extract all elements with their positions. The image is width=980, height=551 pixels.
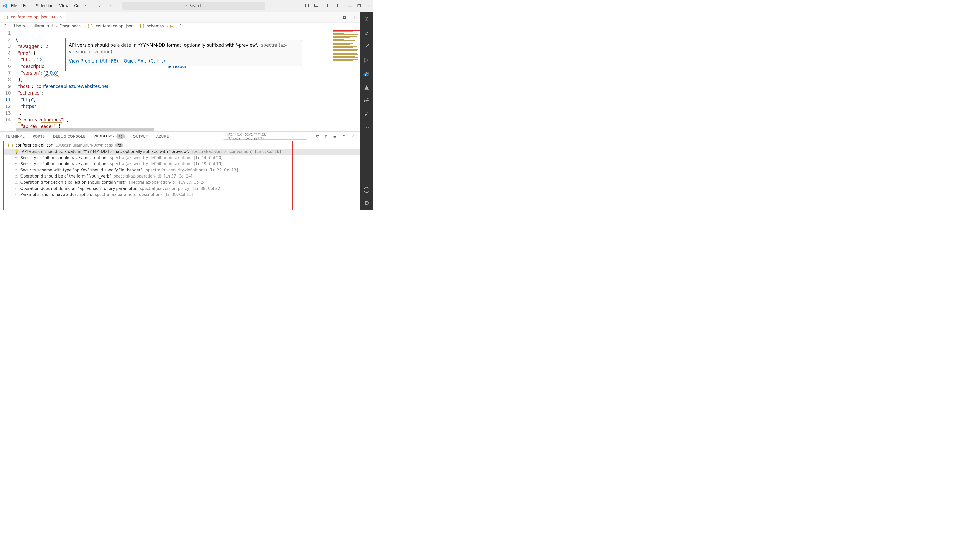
horizontal-scrollbar[interactable] bbox=[16, 128, 154, 132]
warning-icon: ⚠ bbox=[14, 192, 18, 197]
menu-file[interactable]: File bbox=[11, 3, 17, 8]
problem-rule: spectral(az-security-definition-descript… bbox=[110, 156, 192, 160]
problem-rule: spectral(az-security-definition-descript… bbox=[110, 162, 192, 166]
layout-customize-icon[interactable] bbox=[334, 3, 338, 8]
problem-rule: spectral(az-parameter-description) bbox=[95, 192, 162, 197]
editor-tabs: { } conference-api.json 9+ ✕ ⧉ ◫ ··· bbox=[0, 12, 373, 22]
problem-item[interactable]: ⚠Security scheme with type "apiKey" shou… bbox=[3, 167, 360, 173]
problems-filter-input[interactable]: Filter (e.g. text, **/*.ts, !**/node_mod… bbox=[223, 133, 307, 140]
warning-icon: ⚠ bbox=[14, 186, 18, 191]
split-editor-icon[interactable]: ◫ bbox=[353, 14, 357, 20]
more-icon[interactable]: ··· bbox=[364, 124, 369, 131]
settings-gear-icon[interactable]: ⚙ bbox=[364, 200, 369, 206]
tab-conference-api[interactable]: { } conference-api.json 9+ ✕ bbox=[0, 12, 66, 22]
tab-debug-console[interactable]: DEBUG CONSOLE bbox=[53, 134, 86, 138]
run-debug-icon[interactable]: ▷ bbox=[364, 57, 369, 63]
nav-forward-icon[interactable]: → bbox=[108, 3, 112, 9]
nav-back-icon[interactable]: ← bbox=[99, 3, 103, 9]
problem-message: Security scheme with type "apiKey" shoul… bbox=[20, 168, 143, 172]
search-icon[interactable]: ⌕ bbox=[365, 29, 368, 36]
problem-message: Security definition should have a descri… bbox=[20, 162, 107, 166]
problem-item[interactable]: ⚠Operation does not define an "api-versi… bbox=[3, 186, 360, 192]
panel-close-icon[interactable]: ✕ bbox=[351, 134, 355, 139]
source-control-icon[interactable]: ⎇ bbox=[363, 43, 370, 49]
layout-right-icon[interactable] bbox=[324, 3, 328, 8]
explorer-icon[interactable]: 🗎 bbox=[364, 16, 369, 22]
menu-go[interactable]: Go bbox=[74, 3, 80, 8]
view-problem-link[interactable]: View Problem (Alt+F8) bbox=[69, 58, 118, 64]
tab-terminal[interactable]: TERMINAL bbox=[6, 134, 25, 138]
problem-item[interactable]: ⚠Parameter should have a description.spe… bbox=[3, 192, 360, 198]
code-editor[interactable]: 123 456 789 101112 1314 { "swagger": "2 … bbox=[0, 30, 360, 128]
problem-rule: spectral(az-operation-id) bbox=[114, 174, 161, 179]
window-minimize-icon[interactable]: — bbox=[348, 3, 352, 8]
chevron-down-icon[interactable]: ⌄ bbox=[3, 143, 5, 147]
problems-count-badge: 73 bbox=[116, 134, 125, 138]
problem-rule: spectral(az-operation-id) bbox=[129, 180, 177, 185]
quick-fix-link[interactable]: Quick Fix... (Ctrl+.) bbox=[124, 58, 165, 64]
tab-ports[interactable]: PORTS bbox=[33, 134, 45, 138]
json-file-icon: { } bbox=[87, 24, 93, 29]
account-icon[interactable]: ◯ bbox=[364, 186, 370, 193]
problem-item[interactable]: ⚠Security definition should have a descr… bbox=[3, 155, 360, 161]
menu-more[interactable]: ··· bbox=[85, 3, 89, 8]
menu-selection[interactable]: Selection bbox=[36, 3, 54, 8]
string-icon: abc bbox=[170, 25, 177, 28]
problem-message: API version should be a date in YYYY-MM-… bbox=[22, 149, 189, 154]
warning-icon: ⚠ bbox=[14, 156, 18, 160]
hover-message: API version should be a date in YYYY-MM-… bbox=[69, 43, 259, 48]
tab-output[interactable]: OUTPUT bbox=[133, 134, 148, 138]
problem-rule: spectral(az-version-convention) bbox=[192, 149, 253, 154]
bottom-panel: TERMINAL PORTS DEBUG CONSOLE PROBLEMS 73… bbox=[0, 132, 360, 210]
minimap[interactable] bbox=[332, 30, 360, 127]
tab-close-icon[interactable]: ✕ bbox=[59, 14, 62, 19]
problem-location: [Ln 39, Col 11] bbox=[164, 192, 193, 197]
problem-location: [Ln 37, Col 24] bbox=[179, 180, 207, 185]
problem-item[interactable]: ⚠OperationId for get on a collection sho… bbox=[3, 179, 360, 186]
layout-bottom-icon[interactable] bbox=[314, 3, 318, 8]
problem-item[interactable]: ⚠OperationId should be of the form "Noun… bbox=[3, 173, 360, 179]
extensions-icon[interactable]: ⊞1 bbox=[364, 70, 369, 76]
problem-message: Parameter should have a description. bbox=[20, 192, 92, 197]
problem-item[interactable]: 💡API version should be a date in YYYY-MM… bbox=[3, 149, 360, 155]
tab-problems[interactable]: PROBLEMS bbox=[94, 134, 114, 139]
azure-icon[interactable]: ▲ bbox=[364, 84, 369, 90]
activity-bar: 🗎 ⌕ ⎇ ▷ ⊞1 ▲ ☍ ✓ ··· ◯ ⚙ bbox=[360, 12, 373, 210]
problem-location: [Ln 6, Col 16] bbox=[255, 149, 281, 154]
window-restore-icon[interactable]: ❐ bbox=[357, 3, 361, 8]
search-icon: ⌕ bbox=[185, 3, 187, 8]
layout-left-icon[interactable] bbox=[305, 3, 309, 8]
problems-file-header[interactable]: ⌄ { } conference-api.json C:\Users\julia… bbox=[3, 142, 360, 149]
problem-message: Operation does not define an "api-versio… bbox=[20, 186, 137, 191]
problem-location: [Ln 22, Col 13] bbox=[210, 168, 238, 172]
lightbulb-icon: 💡 bbox=[14, 149, 19, 154]
menu-bar: File Edit Selection View Go ··· bbox=[11, 3, 89, 8]
problem-location: [Ln 14, Col 20] bbox=[194, 156, 223, 160]
problem-location: [Ln 38, Col 22] bbox=[193, 186, 222, 191]
menu-view[interactable]: View bbox=[59, 3, 68, 8]
breadcrumb[interactable]: C:› Users› juliamuiruri› Downloads› { } … bbox=[0, 22, 373, 30]
filter-icon[interactable]: ▽ bbox=[316, 134, 319, 139]
problem-item[interactable]: ⚠Security definition should have a descr… bbox=[3, 161, 360, 167]
panel-chevron-up-icon[interactable]: ⌃ bbox=[342, 134, 345, 139]
panel-tabs: TERMINAL PORTS DEBUG CONSOLE PROBLEMS 73… bbox=[0, 132, 360, 141]
json-file-icon: { } bbox=[3, 15, 9, 19]
problems-list[interactable]: ⌄ { } conference-api.json C:\Users\julia… bbox=[0, 141, 360, 210]
view-as-tree-icon[interactable]: ≡ bbox=[333, 134, 336, 139]
array-icon: [ ] bbox=[140, 24, 144, 29]
warning-icon: ⚠ bbox=[14, 162, 18, 166]
remote-icon[interactable]: ☍ bbox=[364, 97, 369, 104]
menu-edit[interactable]: Edit bbox=[23, 3, 30, 8]
testing-icon[interactable]: ✓ bbox=[364, 111, 369, 118]
search-input[interactable]: ⌕ Search bbox=[122, 2, 266, 10]
window-close-icon[interactable]: ✕ bbox=[367, 3, 371, 9]
tab-azure[interactable]: AZURE bbox=[156, 134, 169, 138]
collapse-all-icon[interactable]: ⧉ bbox=[325, 134, 328, 139]
problem-message: Security definition should have a descri… bbox=[20, 156, 107, 160]
problem-message: OperationId should be of the form "Noun_… bbox=[20, 174, 111, 179]
problem-location: [Ln 19, Col 19] bbox=[194, 162, 223, 166]
hover-tooltip: API version should be a date in YYYY-MM-… bbox=[66, 40, 302, 66]
split-preview-icon[interactable]: ⧉ bbox=[342, 14, 346, 20]
title-bar: File Edit Selection View Go ··· ← → ⌕ Se… bbox=[0, 0, 373, 12]
problem-rule: spectral(az-version-policy) bbox=[140, 186, 191, 191]
